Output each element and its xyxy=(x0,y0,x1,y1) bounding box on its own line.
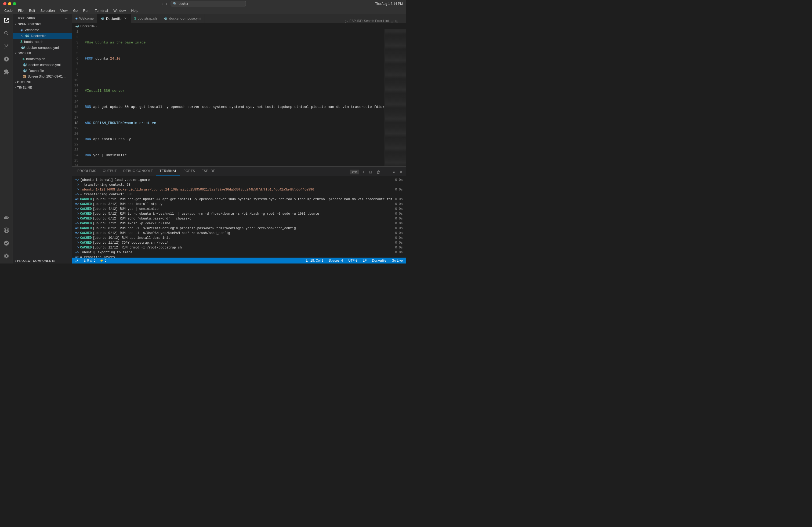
menu-file[interactable]: File xyxy=(16,8,26,13)
docker-file-bootstrap[interactable]: $ bootstrap.sh xyxy=(13,56,72,62)
menu-help[interactable]: Help xyxy=(129,8,141,13)
run-icon[interactable]: ▷ xyxy=(345,19,348,23)
time-c4: 0.0s xyxy=(393,207,403,211)
docker-file-dockerfile[interactable]: 🐳 Dockerfile xyxy=(13,67,72,74)
idf-status[interactable]: ⚡ 0 xyxy=(99,259,107,262)
panel-tabs: PROBLEMS OUTPUT DEBUG CONSOLE TERMINAL P… xyxy=(72,167,406,176)
menu-code[interactable]: Code xyxy=(2,8,15,13)
docker-file-compose[interactable]: 🐳 docker-compose.yml xyxy=(13,62,72,67)
timeline-header[interactable]: › TIMELINE xyxy=(13,85,72,90)
menu-go[interactable]: Go xyxy=(71,8,80,13)
tab-esp-idf[interactable]: ESP-IDF xyxy=(199,166,219,176)
code-content[interactable]: #Use Ubuntu as the base image FROM ubunt… xyxy=(83,29,385,166)
tab-bootstrap[interactable]: $ bootstrap.sh xyxy=(131,14,160,23)
editor-layout-icon[interactable]: ⊞ xyxy=(395,19,398,23)
docker-dockerfile-icon: 🐳 xyxy=(23,69,27,73)
maximize-panel-icon[interactable]: ∧ xyxy=(392,169,396,175)
terminal-content[interactable]: => [ubuntu internal] load .dockerignore … xyxy=(72,176,406,258)
close-traffic-light[interactable] xyxy=(3,2,6,5)
cached-badge-4: CACHED xyxy=(80,207,91,211)
maximize-traffic-light[interactable] xyxy=(13,2,16,5)
outline-header[interactable]: › OUTLINE xyxy=(13,79,72,85)
more-terminal-icon[interactable]: ⋯ xyxy=(383,169,389,175)
tab-terminal[interactable]: TERMINAL xyxy=(156,166,180,176)
tab-problems[interactable]: PROBLEMS xyxy=(74,166,100,176)
menu-terminal[interactable]: Terminal xyxy=(93,8,110,13)
open-editor-compose[interactable]: 🐳 docker-compose.yml xyxy=(13,45,72,50)
menu-window[interactable]: Window xyxy=(111,8,128,13)
split-editor-icon[interactable]: ⊟ xyxy=(390,19,394,23)
debug-activity-icon[interactable] xyxy=(1,54,12,64)
line-num-23: 23 xyxy=(72,147,81,153)
new-terminal-icon[interactable]: + xyxy=(361,169,366,175)
remote-activity-icon[interactable] xyxy=(1,225,12,236)
tab-output[interactable]: OUTPUT xyxy=(100,166,120,176)
explorer-activity-icon[interactable] xyxy=(1,15,12,26)
project-components-header[interactable]: › PROJECT COMPONENTS xyxy=(13,258,72,264)
line-num-9: 9 xyxy=(72,72,81,77)
search-bar[interactable]: 🔍 docker xyxy=(171,1,246,6)
encoding-status[interactable]: UTF-8 xyxy=(347,259,359,262)
docker-file-screenshot[interactable]: 🖼 Screen Shot 2024-08-01 ... xyxy=(13,74,72,79)
more-actions-icon[interactable]: ⋯ xyxy=(400,19,404,23)
forward-button[interactable]: › xyxy=(165,1,168,6)
menu-edit[interactable]: Edit xyxy=(27,8,37,13)
source-control-activity-icon[interactable] xyxy=(1,41,12,51)
arrow-c3: => xyxy=(75,202,79,207)
tab-dockerfile-close[interactable]: ✕ xyxy=(123,16,128,21)
menu-run[interactable]: Run xyxy=(81,8,91,13)
breadcrumb-more[interactable]: ... xyxy=(98,25,100,28)
time-1: 0.0s xyxy=(393,178,403,182)
spaces-status[interactable]: Spaces: 4 xyxy=(328,259,344,262)
menu-selection[interactable]: Selection xyxy=(38,8,57,13)
tab-compose[interactable]: 🐳 docker-compose.yml xyxy=(160,14,205,23)
settings-activity-icon[interactable] xyxy=(1,251,12,261)
cached-badge-8: CACHED xyxy=(80,226,91,231)
comment-1: #Use Ubuntu as the base image xyxy=(85,40,146,45)
branch-status[interactable] xyxy=(74,259,80,262)
esp-idf-label[interactable]: ESP-IDF: Search Error Hint xyxy=(349,19,389,23)
line-num-12: 12 xyxy=(72,88,81,94)
code-editor[interactable]: 1 2 3 4 5 6 7 8 9 10 11 12 13 14 15 16 1 xyxy=(72,29,385,166)
open-editors-header[interactable]: ▾ OPEN EDITORS xyxy=(13,21,72,27)
eol-status[interactable]: LF xyxy=(362,259,367,262)
position-status[interactable]: Ln 18, Col 1 xyxy=(305,259,324,262)
terminal-line-cached-8: => CACHED [ubuntu 8/12] RUN sed -i 's/#P… xyxy=(75,226,403,231)
menu-view[interactable]: View xyxy=(58,8,70,13)
open-editor-dockerfile[interactable]: ✕ 🐳 Dockerfile xyxy=(13,33,72,39)
back-button[interactable]: ‹ xyxy=(160,1,164,6)
minimize-traffic-light[interactable] xyxy=(8,2,11,5)
terminal-line-cached-4: => CACHED [ubuntu 4/12] RUN yes | unmini… xyxy=(75,207,403,211)
docker-activity-icon[interactable] xyxy=(1,212,12,223)
term-cached-10: [ubuntu 10/12] RUN apt install dumb-init xyxy=(93,236,170,240)
outline-chevron: › xyxy=(15,81,16,84)
line-num-25: 25 xyxy=(72,158,81,163)
split-terminal-icon[interactable]: ⊟ xyxy=(368,169,373,175)
open-editor-dockerfile-label: Dockerfile xyxy=(31,34,46,38)
errors-status[interactable]: ⊗ 0 ⚠ 0 xyxy=(83,259,97,262)
open-editors-list: ◈ Welcome ✕ 🐳 Dockerfile $ bootstrap.sh … xyxy=(13,27,72,50)
term-cached-8: [ubuntu 8/12] RUN sed -i 's/#PermitRootL… xyxy=(93,226,296,231)
tab-debug-console[interactable]: DEBUG CONSOLE xyxy=(120,166,156,176)
tab-dockerfile[interactable]: 🐳 Dockerfile ✕ xyxy=(97,14,131,23)
arg-ubuntu: ubuntu xyxy=(93,56,108,61)
terminal-line-cached-10: => CACHED [ubuntu 10/12] RUN apt install… xyxy=(75,236,403,240)
new-file-icon[interactable]: ⋯ xyxy=(65,16,69,20)
breadcrumb-filename[interactable]: Dockerfile xyxy=(80,25,95,28)
search-activity-icon[interactable] xyxy=(1,28,12,39)
tab-welcome[interactable]: ◈ Welcome xyxy=(72,14,97,23)
close-dockerfile-icon[interactable]: ✕ xyxy=(20,34,23,37)
clear-terminal-icon[interactable]: 🗑 xyxy=(375,169,381,175)
close-panel-icon[interactable]: ✕ xyxy=(398,169,404,175)
extensions-activity-icon[interactable] xyxy=(1,66,12,77)
cached-badge-2: CACHED xyxy=(80,197,91,202)
open-editor-welcome[interactable]: ◈ Welcome xyxy=(13,27,72,33)
tab-ports[interactable]: PORTS xyxy=(180,166,199,176)
open-editor-bootstrap[interactable]: $ bootstrap.sh xyxy=(13,39,72,45)
editor-actions: ▷ ESP-IDF: Search Error Hint ⊟ ⊞ ⋯ xyxy=(343,19,406,23)
accounts-activity-icon[interactable] xyxy=(1,238,12,249)
arrow-1: => xyxy=(75,178,79,182)
docker-section-header[interactable]: ▾ DOCKER xyxy=(13,50,72,56)
golive-status[interactable]: Go Live xyxy=(391,259,404,262)
language-status[interactable]: Dockerfile xyxy=(371,259,387,262)
